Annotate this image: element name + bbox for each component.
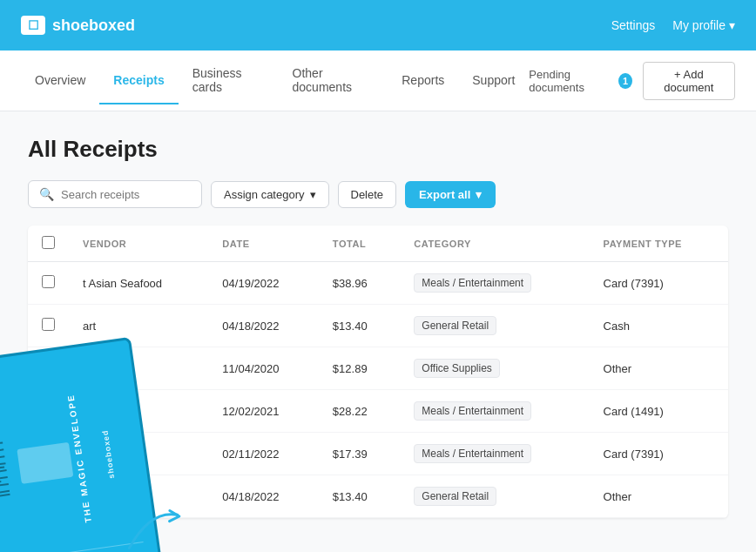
pending-label: Pending documents	[529, 68, 613, 94]
header: ☐ shoeboxed Settings My profile ▾	[0, 0, 756, 50]
search-input[interactable]	[61, 188, 191, 201]
logo: ☐ shoeboxed	[21, 16, 135, 35]
row-date: 11/04/2020	[208, 347, 318, 390]
row-payment: Card (7391)	[590, 433, 728, 475]
col-vendor: VENDOR	[69, 226, 208, 262]
row-payment: Card (1491)	[590, 390, 728, 433]
main-container: Overview Receipts Business cards Other d…	[0, 50, 756, 552]
row-checkbox-cell	[28, 305, 69, 347]
toolbar: 🔍 Assign category ▾ Delete Export all ▾	[28, 180, 728, 208]
row-payment: Card (7391)	[590, 262, 728, 305]
col-date: DATE	[208, 226, 318, 262]
col-checkbox	[28, 226, 69, 262]
nav-item-business-cards[interactable]: Business cards	[179, 50, 279, 111]
row-checkbox-cell	[28, 262, 69, 305]
row-payment: Other	[590, 475, 728, 518]
col-total: TOTAL	[319, 226, 401, 262]
envelope-logo-text: shoeboxed	[101, 429, 117, 479]
row-category: Meals / Entertainment	[400, 433, 589, 475]
row-checkbox[interactable]	[42, 275, 55, 288]
category-tag: General Retail	[414, 316, 496, 335]
profile-menu[interactable]: My profile ▾	[672, 18, 735, 32]
profile-label: My profile	[672, 18, 726, 32]
nav: Overview Receipts Business cards Other d…	[0, 50, 756, 111]
export-chevron-icon: ▾	[476, 188, 482, 201]
table-header: VENDOR DATE TOTAL CATEGORY PAYMENT TYPE	[28, 226, 728, 262]
row-date: 02/11/2022	[208, 433, 318, 475]
nav-item-other-documents[interactable]: Other documents	[279, 50, 388, 111]
row-payment: Other	[590, 347, 728, 390]
profile-chevron-icon: ▾	[729, 18, 735, 32]
pending-documents-link[interactable]: Pending documents 1	[529, 68, 631, 94]
category-tag: Meals / Entertainment	[414, 444, 531, 463]
nav-item-support[interactable]: Support	[458, 57, 529, 104]
row-category: General Retail	[400, 305, 589, 347]
export-all-button[interactable]: Export all ▾	[405, 181, 496, 208]
row-total: $12.89	[319, 347, 401, 390]
assign-category-chevron-icon: ▾	[310, 188, 316, 201]
assign-category-label: Assign category	[224, 188, 305, 201]
assign-category-button[interactable]: Assign category ▾	[211, 181, 329, 208]
category-tag: Meals / Entertainment	[414, 401, 531, 421]
content-area: All Receipts 🔍 Assign category ▾ Delete …	[0, 111, 756, 552]
delete-button[interactable]: Delete	[338, 181, 397, 208]
row-date: 12/02/2021	[208, 390, 318, 433]
col-category: CATEGORY	[400, 226, 589, 262]
row-checkbox[interactable]	[42, 318, 55, 331]
category-tag: Office Supplies	[414, 359, 500, 378]
category-tag: General Retail	[414, 487, 496, 506]
page-title: All Receipts	[28, 136, 728, 163]
table-row: t Asian Seafood 04/19/2022 $38.96 Meals …	[28, 262, 728, 305]
row-date: 04/18/2022	[208, 305, 318, 347]
search-icon: 🔍	[39, 187, 54, 201]
arrow-icon	[115, 496, 192, 552]
row-category: Meals / Entertainment	[400, 262, 589, 305]
row-category: General Retail	[400, 475, 589, 518]
row-date: 04/19/2022	[208, 262, 318, 305]
row-category: Office Supplies	[400, 347, 589, 390]
row-vendor: t Asian Seafood	[69, 262, 208, 305]
col-payment-type: PAYMENT TYPE	[590, 226, 728, 262]
envelope-window	[17, 442, 73, 484]
export-label: Export all	[419, 188, 470, 201]
nav-item-overview[interactable]: Overview	[21, 57, 99, 104]
row-category: Meals / Entertainment	[400, 390, 589, 433]
select-all-checkbox[interactable]	[42, 236, 55, 249]
logo-text: shoeboxed	[52, 17, 135, 35]
category-tag: Meals / Entertainment	[414, 273, 531, 293]
settings-link[interactable]: Settings	[611, 18, 656, 32]
logo-icon: ☐	[21, 16, 45, 35]
pending-count-badge: 1	[618, 73, 631, 89]
header-right: Settings My profile ▾	[611, 18, 735, 32]
row-total: $28.22	[319, 390, 401, 433]
nav-item-receipts[interactable]: Receipts	[99, 57, 178, 104]
nav-right: Pending documents 1 + Add document	[529, 62, 735, 100]
row-date: 04/18/2022	[208, 475, 318, 518]
row-payment: Cash	[590, 305, 728, 347]
row-total: $17.39	[319, 433, 401, 475]
nav-item-reports[interactable]: Reports	[388, 57, 458, 104]
search-box: 🔍	[28, 180, 202, 208]
row-total: $13.40	[319, 305, 401, 347]
add-document-button[interactable]: + Add document	[643, 62, 735, 100]
row-total: $38.96	[319, 262, 401, 305]
row-total: $13.40	[319, 475, 401, 518]
